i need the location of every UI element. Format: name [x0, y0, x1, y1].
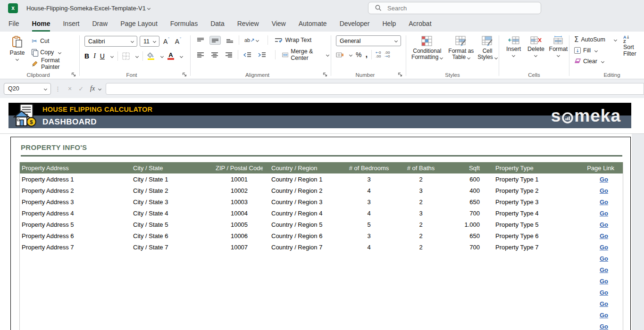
cell-property-type[interactable]: Property Type 3 — [480, 198, 569, 206]
search-box[interactable]: Search — [368, 2, 541, 14]
cell-city-state[interactable]: City / State 3 — [133, 198, 216, 206]
cell-bedrooms[interactable]: 4 — [341, 244, 397, 251]
tab-data[interactable]: Data — [210, 16, 225, 32]
cell-zip[interactable]: 10004 — [216, 210, 263, 217]
cell-city-state[interactable]: City / State 4 — [133, 210, 216, 217]
cancel-icon[interactable]: × — [68, 85, 72, 92]
clipboard-dialog-launcher[interactable] — [71, 72, 76, 77]
go-link[interactable]: Go — [600, 232, 608, 239]
align-top-button[interactable] — [195, 36, 206, 44]
tab-developer[interactable]: Developer — [340, 16, 370, 32]
cell-zip[interactable]: 10007 — [216, 244, 263, 251]
fill-button[interactable]: ↓ Fill — [574, 46, 617, 55]
cell-property-address[interactable]: Property Address 6 — [20, 232, 133, 239]
align-left-button[interactable] — [195, 51, 206, 59]
cell-bedrooms[interactable]: 4 — [341, 187, 397, 194]
font-dialog-launcher[interactable] — [182, 72, 187, 77]
go-link[interactable]: Go — [600, 289, 608, 296]
cell-bedrooms[interactable]: 5 — [341, 221, 397, 228]
cell-bedrooms[interactable]: 3 — [341, 198, 397, 206]
cell-zip[interactable]: 10005 — [216, 221, 263, 228]
tab-automate[interactable]: Automate — [299, 16, 327, 32]
font-size-select[interactable]: 11 — [140, 36, 159, 47]
cell-baths[interactable]: 3 — [397, 210, 444, 217]
cell-baths[interactable]: 2 — [397, 244, 444, 251]
cell-city-state[interactable]: City / State 2 — [133, 187, 216, 194]
cell-country[interactable]: Country / Region 5 — [263, 221, 341, 228]
cell-city-state[interactable]: City / State 7 — [133, 244, 216, 251]
cell-zip[interactable]: 10002 — [216, 187, 263, 194]
tab-help[interactable]: Help — [382, 16, 396, 32]
cell-property-address[interactable]: Property Address 4 — [20, 210, 133, 217]
go-link[interactable]: Go — [600, 255, 608, 262]
accounting-format-button[interactable] — [336, 52, 344, 58]
cell-sqft[interactable]: 600 — [444, 176, 480, 183]
cell-sqft[interactable]: 1.000 — [444, 221, 480, 228]
align-middle-button[interactable] — [209, 36, 221, 45]
autosum-button[interactable]: Σ AutoSum — [574, 35, 617, 44]
clear-button[interactable]: Clear — [574, 57, 617, 66]
cell-baths[interactable]: 2 — [397, 221, 444, 228]
cell-property-type[interactable]: Property Type 5 — [480, 221, 569, 228]
go-link[interactable]: Go — [600, 244, 608, 251]
name-box[interactable]: Q20 — [4, 83, 51, 95]
cell-country[interactable]: Country / Region 2 — [263, 187, 341, 194]
cell-country[interactable]: Country / Region 6 — [263, 232, 341, 239]
cell-property-type[interactable]: Property Type 7 — [480, 244, 569, 251]
decrease-decimal-button[interactable]: .00→0 — [385, 51, 390, 58]
number-format-select[interactable]: General — [336, 35, 401, 46]
fill-color-button[interactable] — [147, 52, 155, 60]
increase-decimal-button[interactable]: ←0.00 — [376, 51, 381, 58]
fill-color-chevron-icon[interactable] — [160, 54, 164, 58]
alignment-dialog-launcher[interactable] — [323, 72, 327, 77]
cell-sqft[interactable]: 650 — [444, 232, 480, 239]
font-family-select[interactable]: Calibri — [84, 36, 137, 47]
cell-baths[interactable]: 2 — [397, 232, 444, 239]
cell-bedrooms[interactable]: 4 — [341, 210, 397, 217]
cell-bedrooms[interactable]: 3 — [341, 176, 397, 183]
go-link[interactable]: Go — [600, 278, 608, 285]
enter-icon[interactable]: ✓ — [78, 85, 84, 92]
tab-review[interactable]: Review — [237, 16, 259, 32]
orientation-button[interactable]: ab↗ — [243, 36, 260, 44]
merge-center-button[interactable]: Merge & Center — [282, 48, 329, 61]
align-center-button[interactable] — [209, 51, 220, 59]
tab-home[interactable]: Home — [32, 16, 50, 32]
cell-property-address[interactable]: Property Address 3 — [20, 198, 133, 206]
cell-city-state[interactable]: City / State 1 — [133, 176, 216, 183]
align-bottom-button[interactable] — [225, 36, 235, 44]
cell-zip[interactable]: 10003 — [216, 198, 263, 206]
decrease-font-size-button[interactable]: Aˇ — [174, 37, 183, 45]
tab-formulas[interactable]: Formulas — [170, 16, 198, 32]
borders-button[interactable] — [122, 52, 130, 60]
go-link[interactable]: Go — [600, 198, 608, 206]
cell-property-address[interactable]: Property Address 2 — [20, 187, 133, 194]
increase-indent-button[interactable] — [257, 51, 268, 59]
cell-baths[interactable]: 2 — [397, 198, 444, 206]
go-link[interactable]: Go — [600, 312, 608, 319]
number-dialog-launcher[interactable] — [398, 72, 402, 77]
percent-style-button[interactable]: % — [356, 51, 361, 58]
wrap-text-button[interactable]: Wrap Text — [275, 37, 311, 43]
cell-country[interactable]: Country / Region 3 — [263, 198, 341, 206]
font-color-button[interactable]: A — [167, 52, 174, 60]
align-right-button[interactable] — [224, 51, 234, 59]
cell-sqft[interactable]: 700 — [444, 210, 480, 217]
tab-file[interactable]: File — [8, 16, 19, 32]
cell-baths[interactable]: 2 — [397, 176, 444, 183]
tab-draw[interactable]: Draw — [92, 16, 108, 32]
excel-app-icon[interactable] — [8, 3, 18, 13]
cell-property-address[interactable]: Property Address 5 — [20, 221, 133, 228]
font-color-chevron-icon[interactable] — [180, 54, 183, 58]
go-link[interactable]: Go — [600, 187, 608, 194]
cell-bedrooms[interactable]: 3 — [341, 232, 397, 239]
cell-zip[interactable]: 10006 — [216, 232, 263, 239]
cut-button[interactable]: ✂ Cut — [32, 37, 79, 45]
cell-property-address[interactable]: Property Address 1 — [20, 176, 133, 183]
bold-button[interactable]: B — [84, 52, 89, 60]
cell-baths[interactable]: 3 — [397, 187, 444, 194]
cell-zip[interactable]: 10001 — [216, 176, 263, 183]
underline-button[interactable]: U — [100, 52, 105, 60]
cell-country[interactable]: Country / Region 7 — [263, 244, 341, 251]
cell-sqft[interactable]: 700 — [444, 244, 480, 251]
